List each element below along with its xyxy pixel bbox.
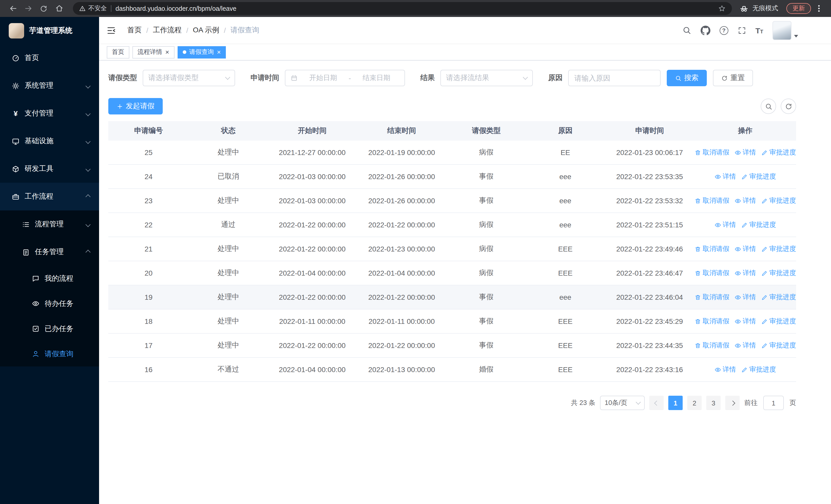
page-button-3[interactable]: 3 — [706, 396, 721, 410]
sidebar-item-workflow[interactable]: 工作流程 — [0, 183, 99, 210]
column-header: 开始时间 — [268, 121, 357, 141]
approval-progress-link[interactable]: 审批进度 — [741, 172, 776, 181]
cancel-leave-link[interactable]: 取消请假 — [694, 244, 729, 254]
help-icon[interactable] — [719, 26, 728, 35]
cancel-leave-link[interactable]: 取消请假 — [694, 148, 729, 157]
cell-reason: eee — [526, 285, 605, 309]
page-size-select[interactable]: 10条/页 — [600, 396, 645, 410]
chevron-down-icon — [225, 75, 230, 80]
approval-progress-link[interactable]: 审批进度 — [741, 220, 776, 230]
sidebar-item-leave-query[interactable]: 请假查询 — [0, 341, 99, 366]
sidebar-item-infrastructure[interactable]: 基础设施 — [0, 127, 99, 155]
cell-apply-id: 25 — [108, 141, 189, 164]
breadcrumb-workflow[interactable]: 工作流程 — [153, 26, 182, 35]
cancel-leave-link[interactable]: 取消请假 — [694, 293, 729, 302]
breadcrumb-oa-example[interactable]: OA 示例 — [193, 26, 220, 35]
cell-status: 处理中 — [189, 189, 268, 212]
detail-link[interactable]: 详情 — [735, 244, 756, 254]
trash-icon — [694, 270, 701, 276]
reason-input[interactable] — [568, 70, 661, 86]
font-size-icon[interactable] — [755, 26, 763, 35]
approval-progress-link[interactable]: 审批进度 — [761, 196, 796, 205]
toggle-search-button[interactable] — [761, 98, 776, 114]
fullscreen-icon[interactable] — [737, 26, 746, 35]
sidebar-item-dev-tools[interactable]: 研发工具 — [0, 155, 99, 183]
search-button[interactable]: 搜索 — [667, 70, 707, 86]
reset-button[interactable]: 重置 — [713, 70, 753, 86]
detail-link[interactable]: 详情 — [715, 172, 736, 181]
breadcrumb-home[interactable]: 首页 — [127, 26, 142, 35]
url-bar[interactable]: 不安全 dashboard.yudao.iocoder.cn/bpm/oa/le… — [73, 2, 732, 15]
cell-actions: 取消请假 详情 审批进度 — [694, 358, 796, 381]
sidebar-item-home[interactable]: 首页 — [0, 44, 99, 72]
chevron-down-icon — [85, 139, 91, 144]
back-button[interactable] — [6, 2, 20, 15]
cancel-leave-link[interactable]: 取消请假 — [694, 268, 729, 278]
detail-link[interactable]: 详情 — [735, 317, 756, 326]
result-select[interactable]: 请选择流结果 — [440, 70, 533, 86]
apply-time-range-picker[interactable]: 开始日期 - 结束日期 — [285, 70, 405, 86]
create-leave-button[interactable]: 发起请假 — [108, 98, 163, 114]
detail-link[interactable]: 详情 — [735, 196, 756, 205]
close-icon[interactable] — [165, 49, 169, 55]
sidebar: 芋道管理系统 首页 系统管理 支付管理 — [0, 17, 99, 504]
cell-end-time: 2022-01-22 00:00:00 — [356, 334, 447, 357]
approval-progress-link[interactable]: 审批进度 — [761, 341, 796, 350]
refresh-table-button[interactable] — [781, 98, 796, 114]
cell-reason: EEE — [526, 309, 605, 333]
search-icon[interactable] — [682, 26, 691, 35]
detail-link[interactable]: 详情 — [735, 148, 756, 157]
browser-chrome: 不安全 dashboard.yudao.iocoder.cn/bpm/oa/le… — [0, 0, 831, 17]
collapse-sidebar-button[interactable] — [106, 25, 116, 35]
monitor-icon — [12, 137, 20, 145]
leave-type-select[interactable]: 请选择请假类型 — [143, 70, 235, 86]
cancel-leave-label: 取消请假 — [703, 196, 729, 205]
cancel-leave-link[interactable]: 取消请假 — [694, 317, 729, 326]
approval-progress-link[interactable]: 审批进度 — [761, 317, 796, 326]
table-toolbar: 发起请假 — [108, 98, 796, 114]
security-warning[interactable]: 不安全 — [79, 4, 107, 13]
refresh-button[interactable] — [37, 2, 50, 15]
github-icon[interactable] — [700, 25, 710, 35]
tab-process-detail[interactable]: 流程详情 — [133, 46, 174, 58]
sidebar-item-process-mgmt[interactable]: 流程管理 — [0, 210, 99, 238]
cancel-leave-link[interactable]: 取消请假 — [694, 341, 729, 350]
cancel-leave-link[interactable]: 取消请假 — [694, 196, 729, 205]
detail-link[interactable]: 详情 — [715, 365, 736, 374]
update-button[interactable]: 更新 — [786, 3, 811, 14]
approval-progress-link[interactable]: 审批进度 — [761, 244, 796, 254]
eye-icon — [735, 270, 741, 276]
page-button-2[interactable]: 2 — [687, 396, 701, 410]
sidebar-item-my-process[interactable]: 我的流程 — [0, 266, 99, 291]
detail-link[interactable]: 详情 — [715, 220, 736, 230]
detail-link[interactable]: 详情 — [735, 293, 756, 302]
bookmark-icon[interactable] — [718, 5, 726, 12]
detail-link[interactable]: 详情 — [735, 268, 756, 278]
close-icon[interactable] — [217, 49, 221, 55]
page-button-1[interactable]: 1 — [668, 396, 683, 410]
prev-page-button[interactable] — [649, 396, 664, 410]
sidebar-item-payment-mgmt[interactable]: 支付管理 — [0, 99, 99, 127]
approval-progress-link[interactable]: 审批进度 — [741, 365, 776, 374]
tab-leave-query[interactable]: 请假查询 — [177, 46, 226, 58]
goto-page-input[interactable] — [763, 396, 784, 410]
detail-link[interactable]: 详情 — [735, 341, 756, 350]
chevron-down-icon — [85, 83, 91, 88]
user-menu[interactable] — [773, 21, 798, 40]
tab-home[interactable]: 首页 — [107, 46, 130, 58]
sidebar-item-task-mgmt[interactable]: 任务管理 — [0, 238, 99, 266]
approval-progress-link[interactable]: 审批进度 — [761, 268, 796, 278]
home-button[interactable] — [52, 2, 66, 15]
next-page-button[interactable] — [725, 396, 740, 410]
approval-progress-link[interactable]: 审批进度 — [761, 148, 796, 157]
browser-menu-icon[interactable] — [818, 8, 820, 9]
forward-button[interactable] — [22, 2, 35, 15]
avatar — [773, 21, 792, 40]
sidebar-menu: 首页 系统管理 支付管理 基础设施 — [0, 44, 99, 366]
sidebar-item-system-mgmt[interactable]: 系统管理 — [0, 72, 99, 99]
sidebar-item-done-tasks[interactable]: 已办任务 — [0, 316, 99, 341]
gear-icon — [12, 82, 20, 90]
cell-reason: EEE — [526, 334, 605, 357]
approval-progress-link[interactable]: 审批进度 — [761, 293, 796, 302]
sidebar-item-todo-tasks[interactable]: 待办任务 — [0, 291, 99, 316]
